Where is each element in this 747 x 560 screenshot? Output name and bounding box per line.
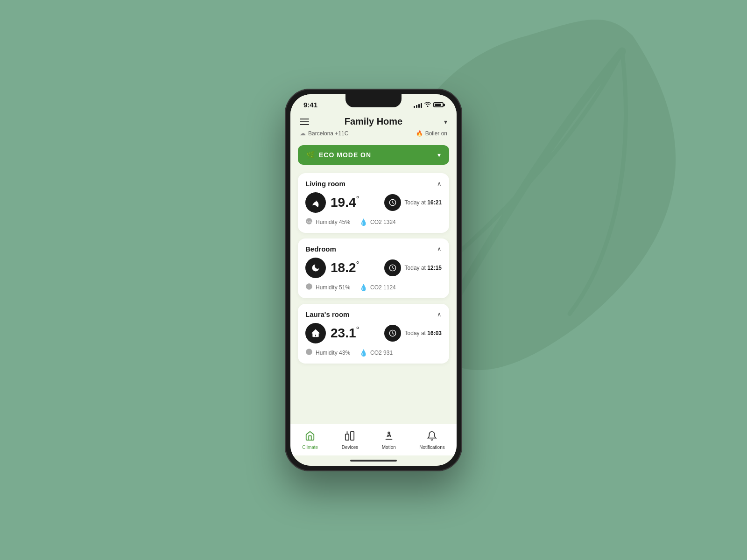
co2-text: CO2 1324 — [370, 219, 396, 225]
wifi-icon — [424, 102, 431, 108]
home-indicator — [290, 455, 457, 466]
signal-bar-4 — [421, 103, 422, 108]
devices-label: Devices — [342, 445, 359, 450]
bedroom-schedule-icon — [384, 259, 401, 276]
menu-line-1 — [300, 119, 309, 119]
bedroom-co2: 💧 CO2 1124 — [359, 283, 396, 292]
signal-bar-2 — [416, 105, 417, 108]
eco-mode-banner[interactable]: 🌿 ECO MODE ON ▾ — [298, 145, 449, 165]
lauras-room-co2: 💧 CO2 931 — [359, 348, 393, 357]
living-room-temperature: 19.4° — [331, 195, 359, 210]
menu-button[interactable] — [300, 119, 309, 125]
living-room-header: Living room ∧ — [305, 180, 442, 188]
bedroom-main: 18.2° Today at 12:15 — [305, 258, 442, 278]
eco-left: 🌿 ECO MODE ON — [306, 151, 371, 159]
home-bar — [350, 460, 397, 462]
notifications-label: Notifications — [419, 445, 444, 450]
nav-climate[interactable]: Climate — [296, 429, 324, 452]
humidity-text: Humidity 45% — [316, 219, 350, 225]
nav-notifications[interactable]: Notifications — [414, 429, 450, 452]
notch — [345, 94, 402, 107]
svg-point-10 — [388, 432, 390, 434]
bedroom-moon-icon — [305, 258, 326, 278]
phone-screen: 9:41 — [290, 94, 457, 466]
bedroom-temperature: 18.2° — [331, 260, 359, 275]
svg-point-6 — [306, 349, 312, 355]
status-time: 9:41 — [303, 101, 317, 109]
motion-label: Motion — [382, 445, 396, 450]
lauras-room-temp: 23.1° — [305, 323, 359, 343]
bedroom-chevron-icon[interactable]: ∧ — [437, 245, 442, 252]
nav-devices[interactable]: Devices — [336, 429, 364, 452]
bottom-nav: Climate Devices — [290, 424, 457, 455]
status-icons — [414, 102, 444, 108]
lauras-room-schedule-text: Today at 16:03 — [405, 330, 442, 336]
bedroom-temp: 18.2° — [305, 258, 359, 278]
bedroom-name: Bedroom — [305, 245, 336, 253]
lauras-co2-icon: 💧 — [359, 349, 367, 357]
battery-fill — [435, 104, 441, 106]
app-header: Family Home ▾ ☁ Barcelona +11C 🔥 Boiler … — [290, 112, 457, 141]
bedroom-co2-text: CO2 1124 — [370, 284, 396, 291]
signal-bars-icon — [414, 102, 422, 108]
title-dropdown-icon[interactable]: ▾ — [444, 118, 447, 126]
notifications-icon — [427, 431, 437, 443]
lauras-room-header: Laura's room ∧ — [305, 310, 442, 318]
lauras-humidity-icon — [305, 348, 313, 357]
signal-bar-3 — [418, 104, 420, 108]
bedroom-humidity-text: Humidity 51% — [316, 284, 350, 291]
bedroom-schedule: Today at 12:15 — [384, 259, 442, 276]
co2-icon: 💧 — [359, 218, 367, 226]
boiler-info: 🔥 Boiler on — [416, 130, 447, 137]
bedroom-card[interactable]: Bedroom ∧ 18.2° — [298, 238, 449, 298]
living-room-co2: 💧 CO2 1324 — [359, 217, 396, 226]
living-room-stats: CO₂ Humidity 45% 💧 CO2 1324 — [305, 217, 442, 226]
lauras-room-schedule: Today at 16:03 — [384, 325, 442, 342]
living-room-name: Living room — [305, 180, 345, 188]
lauras-room-card[interactable]: Laura's room ∧ 23.1° — [298, 304, 449, 364]
bedroom-humidity: Humidity 51% — [305, 283, 350, 292]
phone-frame: 9:41 — [285, 89, 462, 471]
lauras-humidity-text: Humidity 43% — [316, 350, 350, 356]
eco-leaf-icon: 🌿 — [306, 151, 315, 159]
lauras-room-stats: Humidity 43% 💧 CO2 931 — [305, 348, 442, 357]
living-room-main: 19.4° Today at 16:21 — [305, 192, 442, 213]
bedroom-stats: Humidity 51% 💧 CO2 1124 — [305, 283, 442, 292]
battery-icon — [433, 102, 444, 107]
living-room-chevron-icon[interactable]: ∧ — [437, 180, 442, 187]
svg-point-4 — [306, 283, 312, 289]
living-room-eco-icon — [305, 192, 326, 213]
climate-icon — [305, 431, 315, 443]
fire-icon: 🔥 — [416, 130, 423, 137]
lauras-room-home-icon — [305, 323, 326, 343]
location-text: Barcelona +11C — [308, 130, 348, 137]
boiler-status-text: Boiler on — [425, 130, 447, 137]
lauras-room-name: Laura's room — [305, 310, 349, 318]
cloud-icon: ☁ — [300, 130, 306, 137]
bedroom-header: Bedroom ∧ — [305, 245, 442, 253]
rooms-list: Living room ∧ 19.4° — [290, 168, 457, 424]
eco-mode-label: ECO MODE ON — [319, 151, 371, 159]
living-room-schedule-icon — [384, 194, 401, 211]
lauras-room-schedule-icon — [384, 325, 401, 342]
motion-icon — [384, 431, 394, 443]
lauras-room-temperature: 23.1° — [331, 325, 359, 341]
svg-rect-7 — [345, 434, 349, 440]
living-room-schedule: Today at 16:21 — [384, 194, 442, 211]
climate-label: Climate — [302, 445, 318, 450]
svg-rect-8 — [351, 432, 354, 440]
header-info: ☁ Barcelona +11C 🔥 Boiler on — [300, 130, 447, 137]
lauras-room-chevron-icon[interactable]: ∧ — [437, 311, 442, 318]
living-room-card[interactable]: Living room ∧ 19.4° — [298, 173, 449, 233]
living-room-humidity: CO₂ Humidity 45% — [305, 217, 350, 226]
svg-text:CO₂: CO₂ — [307, 220, 312, 223]
living-room-temp: 19.4° — [305, 192, 359, 213]
bedroom-humidity-icon — [305, 283, 313, 292]
bedroom-co2-icon: 💧 — [359, 284, 367, 291]
menu-line-2 — [300, 121, 309, 122]
location-info: ☁ Barcelona +11C — [300, 130, 348, 137]
eco-chevron-icon: ▾ — [437, 151, 441, 159]
nav-motion[interactable]: Motion — [376, 429, 402, 452]
lauras-room-humidity: Humidity 43% — [305, 348, 350, 357]
signal-bar-1 — [414, 106, 415, 108]
